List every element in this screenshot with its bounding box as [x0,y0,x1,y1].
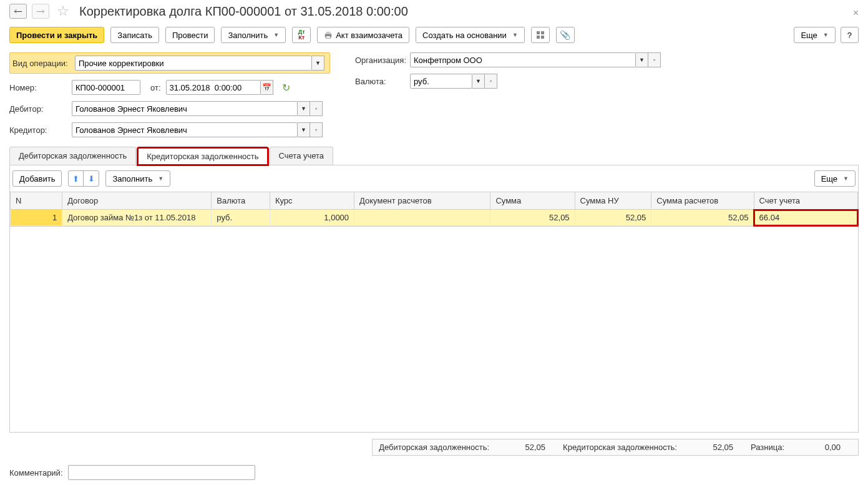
help-button[interactable]: ? [841,27,859,43]
main-toolbar: Провести и закрыть Записать Провести Зап… [9,27,859,43]
debtor-input[interactable] [72,101,298,116]
debtor-open[interactable]: ▫ [310,101,323,116]
operation-type-dropdown[interactable]: ▼ [312,56,324,71]
print-icon [324,31,333,39]
currency-label: Валюта: [355,77,405,86]
table-toolbar: Добавить ⬆ ⬇ Заполнить▼ Еще▼ [9,165,859,192]
comment-input[interactable] [68,465,255,480]
table-more-button[interactable]: Еще▼ [814,170,856,187]
summary-payables-label: Кредиторская задолженность: [563,443,677,452]
col-header-sum[interactable]: Сумма [490,192,575,210]
svg-rect-1 [326,32,331,34]
operation-type-input[interactable] [75,56,312,71]
calendar-button[interactable]: 📅 [261,80,273,95]
save-button[interactable]: Записать [110,27,159,43]
clip-icon: 📎 [560,30,570,40]
creditor-label: Кредитор: [9,125,67,135]
cell-sum[interactable]: 52,05 [490,210,575,226]
table-empty-area[interactable] [9,227,859,433]
creditor-input[interactable] [72,122,298,137]
creditor-dropdown[interactable]: ▼ [298,122,310,137]
summary-payables-value: 52,05 [696,443,733,452]
cell-doc[interactable] [354,210,490,226]
col-header-n[interactable]: N [11,192,62,210]
structure-icon [536,31,545,39]
create-based-button[interactable]: Создать на основании▼ [416,27,525,43]
date-input[interactable] [166,80,261,95]
svg-rect-2 [326,36,331,39]
payables-table: N Договор Валюта Курс Документ расчетов … [10,192,858,226]
currency-dropdown[interactable]: ▼ [472,74,485,89]
attach-button[interactable]: 📎 [556,27,575,43]
cell-sum-nu[interactable]: 52,05 [575,210,651,226]
summary-receivables-value: 52,05 [508,443,545,452]
org-input[interactable] [410,52,636,67]
col-header-sum-nu[interactable]: Сумма НУ [575,192,651,210]
col-header-rate[interactable]: Курс [270,192,354,210]
col-header-sum-calc[interactable]: Сумма расчетов [651,192,754,210]
window-title: Корректировка долга КП00-000001 от 31.05… [79,4,408,19]
number-input[interactable] [72,80,140,95]
fill-button[interactable]: Заполнить▼ [221,27,286,43]
tab-payables[interactable]: Кредиторская задолженность [137,147,268,165]
col-header-contract[interactable]: Договор [62,192,212,210]
creditor-open[interactable]: ▫ [310,122,323,137]
tab-accounts[interactable]: Счета учета [270,147,334,165]
close-window-icon[interactable]: × [853,7,859,19]
number-label: Номер: [9,83,67,92]
operation-type-label: Вид операции: [12,59,70,68]
offset-act-button[interactable]: Акт взаимозачета [317,27,409,43]
dt-kt-button[interactable]: ДтКт [292,27,311,43]
currency-open[interactable]: ▫ [485,74,497,89]
cell-sum-calc[interactable]: 52,05 [651,210,754,226]
col-header-currency[interactable]: Валюта [212,192,270,210]
move-up-button[interactable]: ⬆ [69,171,84,186]
svg-rect-3 [537,31,540,34]
refresh-arrow-icon[interactable]: ↻ [282,82,290,94]
svg-rect-4 [541,31,544,34]
cell-contract[interactable]: Договор займа №1з от 11.05.2018 [62,210,212,226]
cell-rate[interactable]: 1,0000 [270,210,354,226]
svg-rect-5 [537,36,540,39]
svg-rect-6 [541,36,544,39]
summary-diff-label: Разница: [751,443,784,452]
cell-account[interactable]: 66.04 [754,210,857,226]
post-button[interactable]: Провести [165,27,215,43]
org-dropdown[interactable]: ▼ [636,52,648,67]
tab-receivables[interactable]: Дебиторская задолженность [9,147,136,165]
forward-button[interactable]: 🡒 [32,4,49,19]
move-down-button[interactable]: ⬇ [84,171,99,186]
post-and-close-button[interactable]: Провести и закрыть [9,27,104,43]
add-button[interactable]: Добавить [12,170,62,187]
col-header-doc[interactable]: Документ расчетов [354,192,490,210]
favorite-star-icon[interactable]: ☆ [57,3,69,19]
debtor-dropdown[interactable]: ▼ [298,101,310,116]
structure-button[interactable] [531,27,550,43]
cell-n[interactable]: 1 [11,210,62,226]
currency-input[interactable] [410,74,472,89]
table-row[interactable]: 1 Договор займа №1з от 11.05.2018 руб. 1… [11,210,858,226]
date-label: от: [150,83,161,92]
tabs: Дебиторская задолженность Кредиторская з… [9,147,859,165]
cell-currency[interactable]: руб. [212,210,270,226]
org-open[interactable]: ▫ [648,52,661,67]
summary-bar: Дебиторская задолженность: 52,05 Кредито… [9,439,859,456]
more-button[interactable]: Еще▼ [794,27,835,43]
summary-diff-value: 0,00 [803,443,841,452]
col-header-account[interactable]: Счет учета [754,192,857,210]
org-label: Организация: [355,56,405,65]
debtor-label: Дебитор: [9,104,67,114]
fill-table-button[interactable]: Заполнить▼ [105,170,170,187]
summary-receivables-label: Дебиторская задолженность: [379,443,489,452]
comment-label: Комментарий: [9,468,63,478]
back-button[interactable]: 🡐 [9,4,27,19]
